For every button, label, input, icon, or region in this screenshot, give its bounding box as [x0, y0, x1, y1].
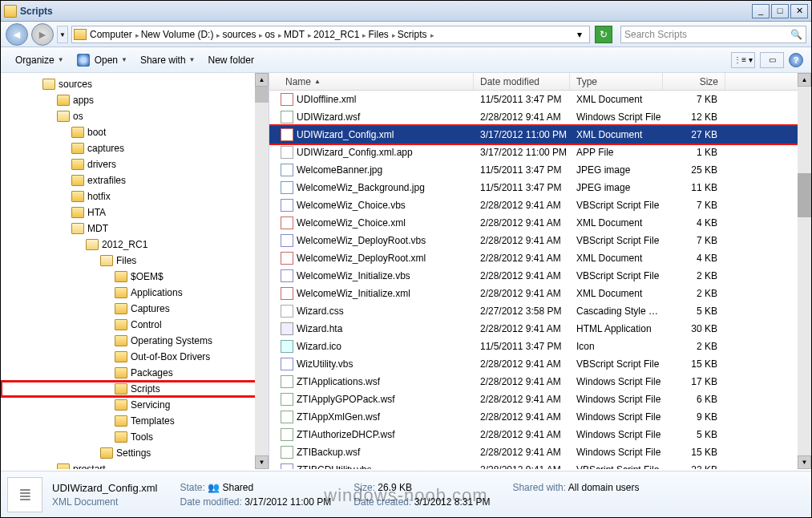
open-button[interactable]: Open▼ — [71, 51, 134, 70]
search-input[interactable]: Search Scripts 🔍 — [620, 26, 806, 43]
preview-pane-button[interactable]: ▭ — [760, 52, 784, 68]
scroll-up-icon[interactable]: ▲ — [255, 73, 269, 87]
file-name: ZTIAppXmlGen.wsf — [297, 411, 380, 423]
tree-node[interactable]: drivers — [1, 156, 269, 172]
dropdown-icon[interactable]: ▾ — [572, 26, 588, 42]
file-row[interactable]: ZTIAppXmlGen.wsf2/28/2012 9:41 AMWindows… — [269, 408, 811, 426]
file-row[interactable]: WelcomeWiz_Choice.vbs2/28/2012 9:41 AMVB… — [269, 196, 811, 214]
file-row[interactable]: UDIWizard_Config.xml.app3/17/2012 11:00 … — [269, 144, 811, 161]
folder-tree[interactable]: sourcesappsosbootcapturesdriversextrafil… — [1, 73, 269, 469]
file-size: 6 KB — [663, 394, 725, 405]
tree-node[interactable]: apps — [1, 92, 269, 108]
chevron-right-icon[interactable]: ▸ — [278, 31, 282, 39]
breadcrumb-item[interactable]: MDT — [284, 29, 305, 40]
tree-node[interactable]: Servicing — [1, 397, 269, 413]
breadcrumb-item[interactable]: 2012_RC1 — [313, 29, 359, 40]
file-row[interactable]: Wizard.css2/27/2012 3:58 PMCascading Sty… — [269, 302, 811, 320]
tree-node[interactable]: captures — [1, 140, 269, 156]
view-button[interactable]: ⋮≡ ▾ — [731, 52, 755, 68]
tree-node[interactable]: Applications — [1, 285, 269, 301]
file-row[interactable]: UDIWizard.wsf2/28/2012 9:41 AMWindows Sc… — [269, 108, 811, 126]
new-folder-button[interactable]: New folder — [202, 51, 261, 69]
scroll-down-icon[interactable]: ▼ — [255, 455, 269, 469]
file-list[interactable]: UDIoffline.xml11/5/2011 3:47 PMXML Docum… — [269, 91, 811, 469]
file-row[interactable]: WelcomeWiz_Choice.xml2/28/2012 9:41 AMXM… — [269, 214, 811, 232]
tree-node[interactable]: Files — [1, 253, 269, 269]
file-type: Windows Script File — [570, 429, 663, 440]
tree-node[interactable]: Control — [1, 317, 269, 333]
column-name[interactable]: Name ▲ — [269, 73, 474, 90]
breadcrumb-item[interactable]: sources — [222, 29, 256, 40]
file-row[interactable]: UDIoffline.xml11/5/2011 3:47 PMXML Docum… — [269, 91, 811, 108]
breadcrumb-item[interactable]: os — [265, 29, 275, 40]
file-row[interactable]: ZTIApplyGPOPack.wsf2/28/2012 9:41 AMWind… — [269, 391, 811, 408]
file-row[interactable]: ZTIBackup.wsf2/28/2012 9:41 AMWindows Sc… — [269, 443, 811, 461]
file-row[interactable]: ZTIBCDUtility.vbs2/28/2012 9:41 AMVBScri… — [269, 461, 811, 469]
file-row[interactable]: WelcomeWiz_DeployRoot.vbs2/28/2012 9:41 … — [269, 232, 811, 249]
chevron-right-icon[interactable]: ▸ — [430, 31, 434, 39]
close-button[interactable]: ✕ — [790, 4, 808, 18]
tree-node[interactable]: Scripts — [1, 381, 269, 397]
nav-history-dropdown[interactable]: ▼ — [57, 26, 68, 43]
tree-node[interactable]: Tools — [1, 429, 269, 445]
scrollbar[interactable]: ▲ ▼ — [798, 73, 811, 469]
file-row[interactable]: WelcomeWiz_Initialize.xml2/28/2012 9:41 … — [269, 285, 811, 302]
file-date: 2/28/2012 9:41 AM — [474, 376, 570, 387]
breadcrumb-item[interactable]: Scripts — [398, 29, 427, 40]
chevron-right-icon[interactable]: ▸ — [308, 31, 312, 39]
chevron-right-icon[interactable]: ▸ — [135, 31, 139, 39]
column-size[interactable]: Size — [663, 73, 725, 90]
file-row[interactable]: UDIWizard_Config.xml3/17/2012 11:00 PMXM… — [269, 126, 811, 144]
breadcrumb-item[interactable]: Files — [368, 29, 388, 40]
tree-node[interactable]: Settings — [1, 445, 269, 461]
help-button[interactable]: ? — [789, 53, 803, 67]
minimize-button[interactable]: _ — [752, 4, 770, 18]
forward-button[interactable]: ► — [31, 23, 54, 46]
breadcrumb-item[interactable]: Computer — [90, 29, 132, 40]
breadcrumb-item[interactable]: New Volume (D:) — [141, 29, 214, 40]
file-row[interactable]: WelcomeWiz_Initialize.vbs2/28/2012 9:41 … — [269, 267, 811, 285]
chevron-right-icon[interactable]: ▸ — [259, 31, 263, 39]
file-row[interactable]: WelcomeWiz_DeployRoot.xml2/28/2012 9:41 … — [269, 249, 811, 267]
file-row[interactable]: Wizard.ico11/5/2011 3:47 PMIcon2 KB — [269, 338, 811, 355]
tree-node[interactable]: extrafiles — [1, 172, 269, 188]
file-row[interactable]: WizUtility.vbs2/28/2012 9:41 AMVBScript … — [269, 355, 811, 373]
tree-node[interactable]: Packages — [1, 365, 269, 381]
tree-node[interactable]: Captures — [1, 301, 269, 317]
file-row[interactable]: WelcomeWiz_Background.jpg11/5/2011 3:47 … — [269, 179, 811, 196]
chevron-right-icon[interactable]: ▸ — [392, 31, 396, 39]
tree-node[interactable]: 2012_RC1 — [1, 237, 269, 253]
file-row[interactable]: WelcomeBanner.jpg11/5/2011 3:47 PMJPEG i… — [269, 161, 811, 179]
scroll-thumb[interactable] — [255, 87, 269, 103]
address-bar[interactable]: Computer▸New Volume (D:)▸sources▸os▸MDT▸… — [71, 26, 590, 43]
scroll-down-icon[interactable]: ▼ — [798, 455, 811, 469]
tree-node[interactable]: HTA — [1, 204, 269, 221]
column-type[interactable]: Type — [570, 73, 663, 90]
tree-node[interactable]: MDT — [1, 221, 269, 237]
scroll-up-icon[interactable]: ▲ — [798, 73, 811, 87]
tree-node[interactable]: Templates — [1, 413, 269, 429]
file-row[interactable]: ZTIApplications.wsf2/28/2012 9:41 AMWind… — [269, 373, 811, 391]
tree-node[interactable]: prestart — [1, 461, 269, 469]
chevron-right-icon[interactable]: ▸ — [362, 31, 366, 39]
back-button[interactable]: ◄ — [6, 23, 28, 46]
file-date: 2/28/2012 9:41 AM — [474, 111, 570, 123]
scrollbar[interactable]: ▲ ▼ — [255, 73, 269, 469]
share-with-button[interactable]: Share with▼ — [134, 51, 202, 69]
scroll-thumb[interactable] — [798, 173, 811, 217]
file-row[interactable]: Wizard.hta2/28/2012 9:41 AMHTML Applicat… — [269, 320, 811, 338]
tree-node[interactable]: $OEM$ — [1, 269, 269, 285]
tree-node[interactable]: os — [1, 108, 269, 124]
maximize-button[interactable]: □ — [771, 4, 789, 18]
file-size: 15 KB — [663, 447, 725, 458]
tree-node[interactable]: Operating Systems — [1, 333, 269, 349]
organize-button[interactable]: Organize▼ — [9, 51, 71, 69]
tree-node[interactable]: sources — [1, 76, 269, 92]
tree-node[interactable]: Out-of-Box Drivers — [1, 349, 269, 365]
tree-node[interactable]: boot — [1, 124, 269, 140]
tree-node[interactable]: hotfix — [1, 188, 269, 204]
column-date[interactable]: Date modified — [474, 73, 570, 90]
refresh-button[interactable]: ↻ — [595, 26, 612, 43]
chevron-right-icon[interactable]: ▸ — [216, 31, 220, 39]
file-row[interactable]: ZTIAuthorizeDHCP.wsf2/28/2012 9:41 AMWin… — [269, 426, 811, 443]
